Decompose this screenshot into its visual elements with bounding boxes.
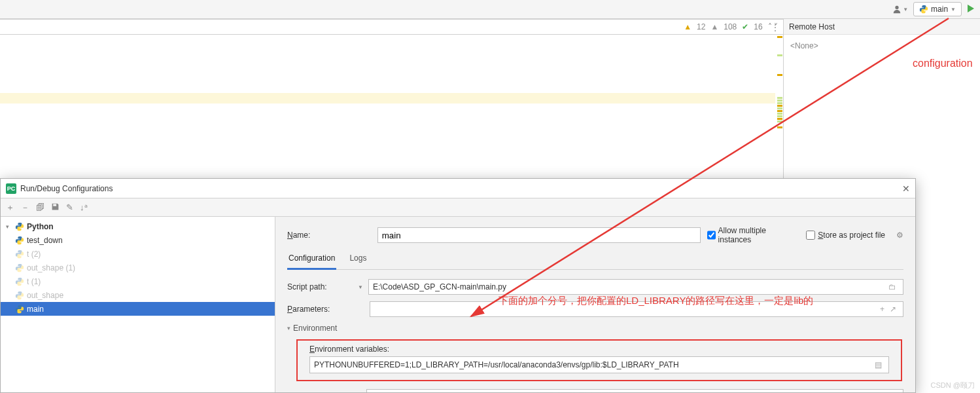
environment-section[interactable]: ▾ Environment xyxy=(287,324,903,333)
python-icon xyxy=(15,305,24,314)
warning-triangle-icon: ▲ xyxy=(710,22,718,31)
expand-icon[interactable]: ↗ xyxy=(887,305,899,314)
tree-item-label: out_shape (1) xyxy=(27,263,75,272)
copy-button[interactable]: 🗐 xyxy=(36,202,44,212)
edit-defaults-button[interactable]: ✎ xyxy=(66,202,73,212)
parameters-label: Parameters: xyxy=(287,305,353,314)
env-highlighted-block: Environment variables: PYTHONUNBUFFERED=… xyxy=(296,339,902,381)
dialog-title: Run/Debug Configurations xyxy=(20,184,113,193)
tree-item-label: t (2) xyxy=(27,250,41,259)
python-icon xyxy=(15,236,24,245)
gear-icon[interactable]: ⚙ xyxy=(896,231,903,240)
env-var-input[interactable]: PYTHONUNBUFFERED=1;LD_LIBRARY_PATH=/usr/… xyxy=(309,356,889,373)
close-button[interactable]: ✕ xyxy=(902,183,910,194)
script-path-input[interactable]: E:\Code\ASD_GP_GCN-main\main.py 🗀 xyxy=(368,279,903,295)
run-button[interactable] xyxy=(966,4,975,15)
env-var-label: Environment variables: xyxy=(309,345,889,354)
check-icon: ✔ xyxy=(742,22,748,31)
allow-multiple-checkbox[interactable]: Allow multiple instances xyxy=(707,226,791,244)
run-config-label: main xyxy=(931,5,948,14)
python-icon xyxy=(919,5,928,14)
tree-item[interactable]: t (2) xyxy=(1,247,275,261)
python-icon xyxy=(15,277,24,286)
checks-count: 16 xyxy=(754,22,762,31)
run-config-selector[interactable]: main ▼ xyxy=(913,2,962,16)
chevron-down-icon: ▼ xyxy=(903,7,908,12)
pycharm-icon: PC xyxy=(6,183,16,194)
tree-item[interactable]: main xyxy=(1,302,275,316)
remove-button[interactable]: － xyxy=(21,202,29,214)
warning-triangle-icon: ▲ xyxy=(684,22,691,31)
chevron-down-icon[interactable]: ▼ xyxy=(358,284,363,290)
python-icon xyxy=(15,222,24,231)
save-button[interactable] xyxy=(51,202,60,213)
parameters-input[interactable]: + ↗ xyxy=(370,301,903,317)
interpreter-dropdown[interactable]: Project Default (Remote Python 3.6.13 (s… xyxy=(366,389,903,392)
add-icon[interactable]: + xyxy=(877,305,887,314)
tree-root-label: Python xyxy=(27,222,54,231)
tree-item[interactable]: t (1) xyxy=(1,274,275,288)
tree-item-label: out_shape xyxy=(27,291,63,300)
list-icon[interactable]: ▤ xyxy=(872,360,884,369)
python-icon xyxy=(15,291,24,300)
warnings-gray-count: 108 xyxy=(724,22,737,31)
play-icon xyxy=(966,4,975,13)
chevron-down-icon: ▾ xyxy=(6,223,12,230)
remote-host-value[interactable]: <None> xyxy=(784,35,980,57)
chevron-down-icon: ▾ xyxy=(287,325,290,331)
user-icon xyxy=(892,5,901,14)
svg-point-0 xyxy=(896,6,899,9)
tab-configuration[interactable]: Configuration xyxy=(287,251,336,270)
tree-item-label: main xyxy=(27,305,44,314)
name-label: Name: xyxy=(287,231,371,240)
script-path-label: Script path: xyxy=(287,282,353,291)
tree-item[interactable]: out_shape (1) xyxy=(1,261,275,274)
name-input[interactable] xyxy=(377,227,701,243)
add-button[interactable]: ＋ xyxy=(6,202,14,214)
kebab-menu[interactable]: ⋮ xyxy=(771,23,779,32)
remote-host-title: Remote Host xyxy=(784,19,980,35)
tree-node-python[interactable]: ▾ Python xyxy=(1,219,275,233)
run-debug-dialog: PC Run/Debug Configurations ✕ ＋ － 🗐 ✎ ↓ᵃ… xyxy=(0,178,916,393)
python-icon xyxy=(15,263,24,272)
python-icon xyxy=(15,250,24,259)
tree-item[interactable]: out_shape xyxy=(1,288,275,302)
warnings-yellow-count: 12 xyxy=(697,22,705,31)
watermark: CSDN @颐刀 xyxy=(931,381,975,390)
config-tree[interactable]: ▾ Python test_downt (2)out_shape (1)t (1… xyxy=(1,217,275,392)
folder-icon[interactable]: 🗀 xyxy=(886,282,899,291)
sort-button[interactable]: ↓ᵃ xyxy=(80,202,88,212)
highlighted-line xyxy=(0,93,775,103)
tree-item-label: test_down xyxy=(27,236,63,245)
chevron-down-icon: ▼ xyxy=(951,7,956,12)
store-as-project-checkbox[interactable]: Store as project file xyxy=(806,231,890,240)
tab-logs[interactable]: Logs xyxy=(348,251,368,269)
user-menu-button[interactable]: ▼ xyxy=(891,3,909,15)
tree-item-label: t (1) xyxy=(27,277,41,286)
tree-item[interactable]: test_down xyxy=(1,233,275,247)
svg-rect-1 xyxy=(53,204,56,206)
